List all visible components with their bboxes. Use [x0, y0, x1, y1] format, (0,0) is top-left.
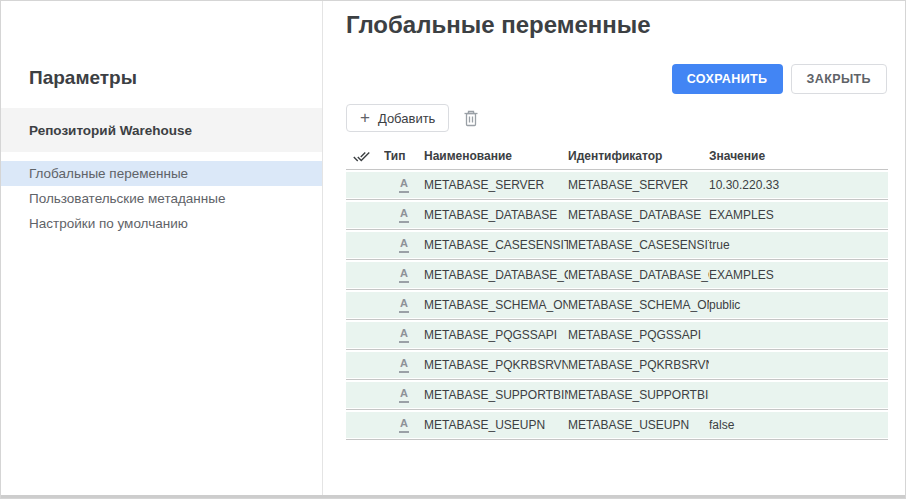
- main-panel: Глобальные переменные СОХРАНИТЬ ЗАКРЫТЬ …: [324, 1, 905, 498]
- row-value[interactable]: 10.30.220.33: [709, 178, 888, 192]
- sidebar: Параметры Репозиторий Warehouse Глобальн…: [1, 1, 323, 498]
- column-header-name[interactable]: Наименование: [424, 149, 568, 163]
- table-row[interactable]: A METABASE_PQKRBSRVNAME METABASE_PQKRBSR…: [346, 352, 888, 378]
- table-row[interactable]: A METABASE_PQGSSAPI METABASE_PQGSSAPI: [346, 322, 888, 348]
- row-identifier[interactable]: METABASE_DATABASE: [568, 208, 709, 222]
- table-body: A METABASE_SERVER METABASE_SERVER 10.30.…: [346, 168, 888, 438]
- row-type-cell: A: [384, 387, 424, 402]
- table-toolbar: + Добавить: [346, 104, 479, 132]
- row-value[interactable]: false: [709, 418, 888, 432]
- row-name[interactable]: METABASE_PQKRBSRVNAME: [424, 358, 568, 372]
- select-all-cell[interactable]: [346, 148, 384, 165]
- action-buttons: СОХРАНИТЬ ЗАКРЫТЬ: [672, 64, 887, 94]
- settings-window: Параметры Репозиторий Warehouse Глобальн…: [0, 0, 906, 499]
- row-identifier[interactable]: METABASE_SCHEMA_ONLY: [568, 298, 709, 312]
- column-header-identifier[interactable]: Идентификатор: [568, 149, 709, 163]
- sidebar-title: Параметры: [29, 67, 322, 89]
- row-separator: [346, 318, 888, 322]
- row-value[interactable]: true: [709, 238, 888, 252]
- row-identifier[interactable]: METABASE_USEUPN: [568, 418, 709, 432]
- sidebar-item[interactable]: Глобальные переменные: [1, 161, 322, 186]
- row-name[interactable]: METABASE_SERVER: [424, 178, 568, 192]
- sidebar-section-repository[interactable]: Репозиторий Warehouse: [1, 108, 322, 152]
- row-name[interactable]: METABASE_SUPPORTBINARY...: [424, 388, 568, 402]
- row-type-cell: A: [384, 417, 424, 432]
- text-type-icon: A: [399, 177, 409, 192]
- row-type-cell: A: [384, 357, 424, 372]
- table-header: Тип Наименование Идентификатор Значение: [346, 144, 888, 168]
- row-type-cell: A: [384, 237, 424, 252]
- row-type-cell: A: [384, 297, 424, 312]
- row-name[interactable]: METABASE_DATABASE: [424, 208, 568, 222]
- text-type-icon: A: [399, 357, 409, 372]
- row-separator: [346, 288, 888, 292]
- row-name[interactable]: METABASE_PQGSSAPI: [424, 328, 568, 342]
- bottom-scrollbar-track[interactable]: [1, 495, 905, 498]
- row-identifier[interactable]: METABASE_DATABASE_ONLY: [568, 268, 709, 282]
- table-row[interactable]: A METABASE_DATABASE METABASE_DATABASE EX…: [346, 202, 888, 228]
- variables-table: Тип Наименование Идентификатор Значение …: [346, 144, 888, 442]
- table-row[interactable]: A METABASE_DATABASE_ONLY METABASE_DATABA…: [346, 262, 888, 288]
- row-identifier[interactable]: METABASE_SUPPORTBINARY...: [568, 388, 709, 402]
- row-separator: [346, 408, 888, 412]
- text-type-icon: A: [399, 237, 409, 252]
- done-all-icon: [353, 148, 370, 165]
- row-type-cell: A: [384, 207, 424, 222]
- table-row[interactable]: A METABASE_SERVER METABASE_SERVER 10.30.…: [346, 172, 888, 198]
- row-identifier[interactable]: METABASE_PQKRBSRVNAME: [568, 358, 709, 372]
- column-header-value[interactable]: Значение: [709, 149, 888, 163]
- text-type-icon: A: [399, 327, 409, 342]
- text-type-icon: A: [399, 207, 409, 222]
- row-name[interactable]: METABASE_SCHEMA_ONLY: [424, 298, 568, 312]
- row-name[interactable]: METABASE_DATABASE_ONLY: [424, 268, 568, 282]
- row-value[interactable]: EXAMPLES: [709, 268, 888, 282]
- add-button-label: Добавить: [378, 111, 435, 126]
- table-row[interactable]: A METABASE_USEUPN METABASE_USEUPN false: [346, 412, 888, 438]
- row-type-cell: A: [384, 177, 424, 192]
- table-row[interactable]: A METABASE_CASESENSITIVE METABASE_CASESE…: [346, 232, 888, 258]
- sidebar-section-label: Репозиторий Warehouse: [29, 123, 192, 138]
- table-bottom-border: [346, 438, 888, 442]
- row-value[interactable]: EXAMPLES: [709, 208, 888, 222]
- row-type-cell: A: [384, 267, 424, 282]
- delete-variable-button[interactable]: [463, 110, 479, 127]
- table-row[interactable]: A METABASE_SCHEMA_ONLY METABASE_SCHEMA_O…: [346, 292, 888, 318]
- row-separator: [346, 378, 888, 382]
- sidebar-items: Глобальные переменные Пользовательские м…: [1, 161, 322, 236]
- row-identifier[interactable]: METABASE_SERVER: [568, 178, 709, 192]
- page-title: Глобальные переменные: [346, 11, 651, 39]
- add-variable-button[interactable]: + Добавить: [346, 104, 449, 132]
- sidebar-item-label: Пользовательские метаданные: [29, 191, 225, 206]
- row-type-cell: A: [384, 327, 424, 342]
- row-separator: [346, 228, 888, 232]
- trash-icon: [463, 110, 479, 127]
- text-type-icon: A: [399, 297, 409, 312]
- row-name[interactable]: METABASE_CASESENSITIVE: [424, 238, 568, 252]
- row-identifier[interactable]: METABASE_CASESENSITIVE: [568, 238, 709, 252]
- text-type-icon: A: [399, 387, 409, 402]
- row-separator: [346, 168, 888, 172]
- row-separator: [346, 348, 888, 352]
- plus-icon: +: [360, 109, 370, 126]
- sidebar-item[interactable]: Настройки по умолчанию: [1, 211, 322, 236]
- save-button[interactable]: СОХРАНИТЬ: [672, 64, 783, 94]
- row-separator: [346, 198, 888, 202]
- text-type-icon: A: [399, 267, 409, 282]
- row-separator: [346, 258, 888, 262]
- row-name[interactable]: METABASE_USEUPN: [424, 418, 568, 432]
- sidebar-item[interactable]: Пользовательские метаданные: [1, 186, 322, 211]
- close-button[interactable]: ЗАКРЫТЬ: [791, 64, 887, 94]
- row-identifier[interactable]: METABASE_PQGSSAPI: [568, 328, 709, 342]
- table-row[interactable]: A METABASE_SUPPORTBINARY... METABASE_SUP…: [346, 382, 888, 408]
- sidebar-item-label: Глобальные переменные: [29, 166, 188, 181]
- text-type-icon: A: [399, 417, 409, 432]
- sidebar-item-label: Настройки по умолчанию: [29, 216, 188, 231]
- row-value[interactable]: public: [709, 298, 888, 312]
- column-header-type[interactable]: Тип: [384, 149, 424, 163]
